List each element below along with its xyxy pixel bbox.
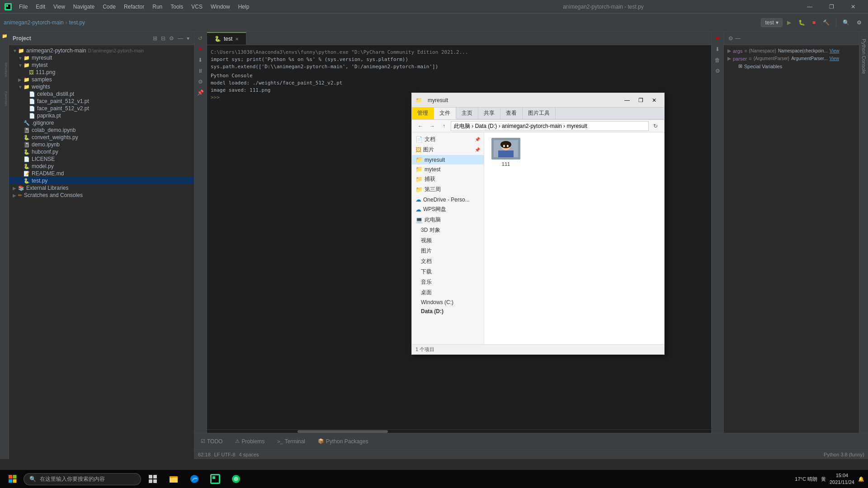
tree-item-mytest[interactable]: ▼ 📁 mytest: [9, 61, 194, 69]
var-special[interactable]: ⊞ Special Variables: [724, 62, 859, 70]
tree-item-111png[interactable]: 🖼 111.png: [9, 69, 194, 76]
project-collapse-all[interactable]: ⊟: [160, 34, 166, 42]
tree-item-testpy[interactable]: 🐍 test.py: [9, 177, 194, 184]
tree-item-hubconf[interactable]: 🐍 hubconf.py: [9, 148, 194, 155]
menu-file[interactable]: File: [15, 3, 31, 11]
exp-sidebar-images[interactable]: 图片: [412, 246, 484, 256]
python-console-label[interactable]: Python Console: [860, 35, 868, 78]
minimize-button[interactable]: —: [799, 0, 820, 14]
settings-run-button[interactable]: ⚙: [195, 77, 205, 87]
nav-back-button[interactable]: ←: [415, 121, 425, 131]
exp-sidebar-desktop[interactable]: 桌面: [412, 287, 484, 298]
step-button[interactable]: ⬇: [195, 55, 205, 65]
taskbar-app-edge[interactable]: [184, 470, 204, 488]
maximize-button[interactable]: ❐: [821, 0, 842, 14]
build-button[interactable]: 🔨: [820, 18, 832, 28]
exp-sidebar-music[interactable]: 音乐: [412, 277, 484, 287]
menu-window[interactable]: Window: [207, 3, 234, 11]
address-refresh-button[interactable]: ↻: [651, 121, 660, 131]
tree-item-myresult[interactable]: ▼ 📁 myresult: [9, 54, 194, 61]
tree-root[interactable]: ▼ 📁 animegan2-pytorch-main D:\animegan2-…: [9, 47, 194, 54]
ribbon-tab-manage[interactable]: 管理: [412, 108, 434, 119]
exp-sidebar-myresult[interactable]: 📁 myresult: [412, 155, 484, 164]
tab-todo[interactable]: ☑ TODO: [198, 436, 225, 446]
var-view-link[interactable]: View: [830, 56, 840, 61]
structure-icon[interactable]: Structure: [1, 62, 8, 70]
settings-button[interactable]: ⚙: [854, 18, 864, 28]
tab-problems[interactable]: ⚠ Problems: [232, 436, 267, 446]
run-button[interactable]: ▶: [784, 18, 794, 28]
nav-forward-button[interactable]: →: [427, 121, 437, 131]
project-more[interactable]: ▾: [186, 34, 190, 42]
exp-sidebar-docs[interactable]: 📄 文档 📌: [412, 134, 484, 145]
exp-sidebar-wps[interactable]: ☁ WPS网盘: [412, 204, 484, 215]
menu-view[interactable]: View: [50, 3, 69, 11]
var-parser[interactable]: ▶ parser = {ArgumentParser} ArgumentPars…: [724, 55, 859, 62]
tree-item-license[interactable]: 📄 LICENSE: [9, 155, 194, 163]
menu-help[interactable]: Help: [235, 3, 253, 11]
tree-item-model[interactable]: 🐍 model.py: [9, 163, 194, 170]
exp-sidebar-video[interactable]: 视频: [412, 235, 484, 246]
breadcrumb-file[interactable]: test.py: [69, 19, 85, 26]
tab-terminal[interactable]: >_ Terminal: [274, 436, 308, 446]
debug-button[interactable]: 🐛: [796, 18, 808, 28]
tree-item-paprika[interactable]: 📄 paprika.pt: [9, 112, 194, 119]
tree-item-colab[interactable]: 📓 colab_demo.ipynb: [9, 127, 194, 134]
menu-vcs[interactable]: VCS: [188, 3, 206, 11]
ribbon-tab-share[interactable]: 共享: [478, 108, 500, 119]
settings-console-button[interactable]: ⚙: [712, 66, 722, 76]
scroll-end-button[interactable]: ⬇: [712, 44, 722, 54]
exp-sidebar-documents[interactable]: 文档: [412, 256, 484, 267]
exp-file-111[interactable]: 111: [488, 136, 524, 169]
ribbon-tab-picture-tools[interactable]: 图片工具: [523, 108, 556, 119]
stop-run-button[interactable]: ■: [195, 44, 205, 54]
exp-sidebar-onedrive[interactable]: ☁ OneDrive - Perso...: [412, 195, 484, 204]
notification-area-icon[interactable]: 🔔: [858, 476, 864, 482]
close-button[interactable]: ✕: [843, 0, 863, 14]
panel-close-button[interactable]: —: [734, 34, 741, 42]
explorer-minimize[interactable]: —: [621, 94, 633, 107]
exp-sidebar-thispc[interactable]: 💻 此电脑: [412, 215, 484, 225]
tree-item-fp512v1[interactable]: 📄 face_paint_512_v1.pt: [9, 98, 194, 105]
project-icon[interactable]: 📁: [1, 33, 8, 41]
menu-code[interactable]: Code: [99, 3, 119, 11]
tree-item-readme[interactable]: 📝 README.md: [9, 170, 194, 177]
taskbar-search[interactable]: 🔍 在这里输入你要搜索的内容: [24, 473, 141, 485]
menu-run[interactable]: Run: [149, 3, 166, 11]
var-view-link[interactable]: View: [830, 48, 840, 53]
tree-item-weights[interactable]: ▼ 📁 weights: [9, 83, 194, 90]
nav-up-button[interactable]: ↑: [439, 121, 449, 131]
breadcrumb-project[interactable]: animegan2-pytorch-main: [4, 19, 64, 26]
tree-item-convert[interactable]: 🐍 convert_weights.py: [9, 134, 194, 141]
var-args[interactable]: ▶ args = {Namespace} Namespace(checkpoin…: [724, 47, 859, 55]
clear-console-button[interactable]: 🗑: [712, 55, 722, 65]
project-settings[interactable]: ⚙: [168, 34, 175, 42]
explorer-maximize[interactable]: ❐: [634, 94, 647, 107]
tab-test[interactable]: 🐍 test ✕: [207, 32, 246, 45]
menu-tools[interactable]: Tools: [167, 3, 187, 11]
menu-edit[interactable]: Edit: [32, 3, 49, 11]
panel-settings-button[interactable]: ⚙: [727, 34, 734, 42]
system-clock[interactable]: 15:04 2021/11/24: [830, 472, 854, 486]
taskbar-app-pycharm[interactable]: [205, 470, 225, 488]
pause-button[interactable]: ⏸: [195, 66, 205, 76]
close-tab-icon[interactable]: ✕: [235, 37, 239, 42]
search-everywhere-button[interactable]: 🔍: [840, 18, 852, 28]
taskbar-app-explorer[interactable]: [164, 470, 184, 488]
ribbon-tab-file[interactable]: 文件: [434, 108, 456, 119]
project-hide[interactable]: —: [177, 34, 184, 42]
ribbon-tab-view[interactable]: 查看: [500, 108, 523, 119]
exp-sidebar-downloads[interactable]: 下载: [412, 267, 484, 277]
stop-button[interactable]: ■: [810, 18, 818, 28]
taskbar-app-extra[interactable]: [226, 470, 246, 488]
exp-sidebar-week3[interactable]: 📁 第三周: [412, 184, 484, 195]
tree-item-celeba[interactable]: 📄 celeba_distill.pt: [9, 90, 194, 98]
tree-item-scratches[interactable]: ▶ ✏ Scratches and Consoles: [9, 192, 194, 199]
menu-navigate[interactable]: Navigate: [70, 3, 98, 11]
exp-sidebar-pics[interactable]: 🖼 图片 📌: [412, 145, 484, 155]
exp-sidebar-3d[interactable]: 3D 对象: [412, 225, 484, 235]
rerun-button[interactable]: ↺: [195, 33, 205, 43]
tab-python-packages[interactable]: 📦 Python Packages: [315, 436, 371, 446]
project-expand-all[interactable]: ⊞: [152, 34, 158, 42]
pin-button[interactable]: 📌: [195, 88, 205, 98]
